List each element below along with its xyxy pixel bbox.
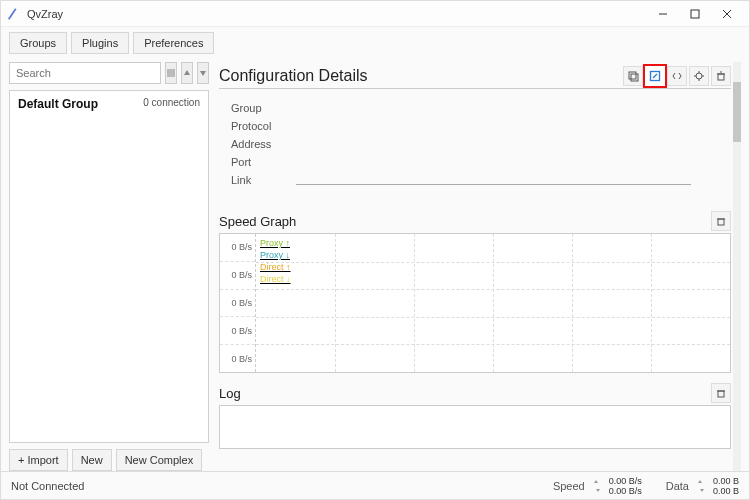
speed-indicator: Speed 0.00 B/s0.00 B/s [553, 476, 642, 496]
y-tick: 0 B/s [220, 262, 255, 290]
close-button[interactable] [711, 3, 743, 25]
clear-search-button[interactable] [165, 62, 177, 84]
graph-legend: Proxy ↑ Proxy ↓ Direct ↑ Direct ↓ [260, 237, 291, 285]
group-connection-count: 0 connection [143, 97, 200, 111]
search-input[interactable] [9, 62, 161, 84]
locate-config-button[interactable] [689, 66, 709, 86]
status-bar: Not Connected Speed 0.00 B/s0.00 B/s Dat… [1, 471, 749, 499]
config-details: Group Protocol Address Port Link [219, 95, 731, 201]
groups-button[interactable]: Groups [9, 32, 67, 54]
duplicate-config-button[interactable] [623, 66, 643, 86]
svg-rect-6 [631, 74, 638, 81]
updown-icon [695, 479, 707, 493]
svg-rect-1 [691, 10, 699, 18]
detail-label-port: Port [231, 156, 286, 168]
y-tick: 0 B/s [220, 234, 255, 262]
config-details-title: Configuration Details [219, 67, 368, 85]
legend-item: Direct ↑ [260, 262, 291, 272]
data-indicator: Data 0.00 B0.00 B [666, 476, 739, 496]
svg-rect-5 [629, 72, 636, 79]
svg-point-8 [696, 73, 702, 79]
detail-label-address: Address [231, 138, 286, 150]
svg-rect-16 [718, 219, 724, 225]
y-tick: 0 B/s [220, 317, 255, 345]
speed-graph-title: Speed Graph [219, 214, 296, 229]
new-complex-button[interactable]: New Complex [116, 449, 202, 471]
svg-rect-4 [167, 69, 175, 77]
svg-rect-18 [718, 391, 724, 397]
connection-status: Not Connected [11, 480, 84, 492]
sort-up-button[interactable] [181, 62, 193, 84]
svg-rect-13 [718, 74, 724, 80]
app-logo-icon [7, 7, 21, 21]
maximize-button[interactable] [679, 3, 711, 25]
clear-speed-graph-button[interactable] [711, 211, 731, 231]
titlebar: QvZray [1, 1, 749, 27]
sort-down-button[interactable] [197, 62, 209, 84]
detail-label-group: Group [231, 102, 286, 114]
right-scrollbar[interactable] [733, 62, 741, 471]
legend-item: Proxy ↓ [260, 250, 290, 260]
left-panel: Default Group 0 connection + Import New … [9, 62, 209, 471]
legend-item: Direct ↓ [260, 274, 291, 284]
updown-icon [591, 479, 603, 493]
main-toolbar: Groups Plugins Preferences [1, 27, 749, 62]
group-list[interactable]: Default Group 0 connection [9, 90, 209, 443]
y-tick: 0 B/s [220, 290, 255, 318]
y-tick: 0 B/s [220, 345, 255, 372]
json-config-button[interactable] [667, 66, 687, 86]
new-button[interactable]: New [72, 449, 112, 471]
plugins-button[interactable]: Plugins [71, 32, 129, 54]
log-title: Log [219, 386, 241, 401]
legend-item: Proxy ↑ [260, 238, 290, 248]
minimize-button[interactable] [647, 3, 679, 25]
delete-config-button[interactable] [711, 66, 731, 86]
group-item[interactable]: Default Group 0 connection [10, 91, 208, 117]
clear-log-button[interactable] [711, 383, 731, 403]
app-window: QvZray Groups Plugins Preferences Defaul… [0, 0, 750, 500]
detail-label-link: Link [231, 174, 286, 186]
import-button[interactable]: + Import [9, 449, 68, 471]
right-panel: Configuration Details Group Protocol Add… [219, 62, 741, 471]
window-title: QvZray [27, 8, 647, 20]
link-field[interactable] [296, 175, 691, 185]
preferences-button[interactable]: Preferences [133, 32, 214, 54]
detail-label-protocol: Protocol [231, 120, 286, 132]
group-name: Default Group [18, 97, 98, 111]
edit-config-button[interactable] [645, 66, 665, 86]
speed-graph: 0 B/s 0 B/s 0 B/s 0 B/s 0 B/s Proxy ↑ Pr… [219, 233, 731, 373]
log-output[interactable] [219, 405, 731, 449]
